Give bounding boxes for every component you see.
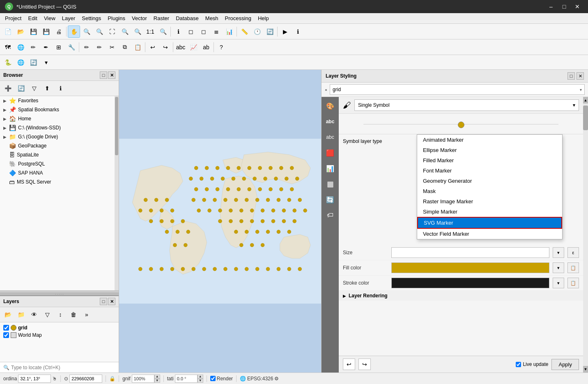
layer-item-worldmap[interactable]: World Map (2, 331, 117, 339)
rotation-spinbox[interactable]: 0.0 ° ▲ ▼ (175, 375, 203, 383)
resize-handle[interactable]: · · · · · (0, 293, 119, 295)
toggle-edit-button[interactable]: ✏ (80, 41, 93, 53)
menu-help[interactable]: Help (255, 14, 272, 22)
zoom-selection-button[interactable]: 🔍 (119, 25, 131, 38)
layer-item-grid[interactable]: grid (2, 324, 117, 331)
pan-map-button[interactable]: ✋ (68, 25, 80, 38)
statistics-button[interactable]: 📊 (223, 25, 235, 38)
render-checkbox[interactable] (210, 376, 216, 381)
browser-item-favorites[interactable]: ▶ ⭐ Favorites (0, 96, 119, 105)
select-button[interactable]: ◻ (185, 25, 197, 38)
tab-rendering[interactable]: 🔄 (323, 192, 338, 207)
plugin-dropdown[interactable]: ▾ (40, 56, 52, 69)
browser-item-home[interactable]: ▶ 🏠 Home (0, 114, 119, 123)
layers-close-icon[interactable]: ✕ (108, 298, 115, 305)
tips-button[interactable]: ▶ (279, 25, 291, 38)
browser-item-geopackage[interactable]: 📦 GeoPackage (0, 141, 119, 150)
browser-item-postgresql[interactable]: 🐘 PostgreSQL (0, 159, 119, 168)
menu-layer[interactable]: Layer (59, 14, 79, 22)
menu-database[interactable]: Database (172, 14, 202, 22)
measure-button[interactable]: 📏 (238, 25, 250, 38)
fill-color-dropdown-button[interactable]: ▾ (553, 262, 564, 273)
temporal-button[interactable]: 🕐 (251, 25, 263, 38)
fill-color-expr-button[interactable]: 📋 (567, 262, 579, 273)
filter-layer-button[interactable]: ▽ (41, 308, 53, 321)
coordinate-input[interactable] (18, 375, 51, 383)
stroke-color-dropdown-button[interactable]: ▾ (553, 278, 564, 288)
styling-redo-button[interactable]: ↪ (358, 359, 371, 370)
zoom-prev-button[interactable]: 🔍 (157, 25, 169, 38)
layer-order-button[interactable]: ↕ (54, 308, 67, 321)
search-input[interactable] (11, 365, 115, 370)
save-edits-button[interactable]: ✏ (93, 41, 106, 53)
symbol-type-dropdown[interactable]: Single Symbol ▾ (354, 99, 579, 111)
zoom-arrows[interactable]: ▲ ▼ (154, 375, 160, 383)
layer-select-dropdown[interactable]: grid ▾ (330, 84, 585, 95)
menu-view[interactable]: View (41, 14, 59, 22)
menu-project[interactable]: Project (2, 14, 25, 22)
advanced-edit-button[interactable]: 🔧 (65, 41, 78, 53)
symbol-type-dropdown-list[interactable]: Animated Marker Ellipse Marker Filled Ma… (417, 134, 563, 239)
close-button[interactable]: ✕ (572, 2, 583, 11)
tab-abc-1[interactable]: abc (323, 114, 338, 129)
browser2-button[interactable]: 🌐 (14, 56, 27, 69)
layer-rendering-row[interactable]: ▶ Layer Rendering (339, 291, 583, 301)
menu-plugins[interactable]: Plugins (104, 14, 129, 22)
styling-expand-button[interactable]: □ (567, 72, 575, 80)
browser-refresh-button[interactable]: 🔄 (15, 82, 27, 94)
layers-more-button[interactable]: » (80, 308, 93, 321)
zoom-spinbox[interactable]: 100% ▲ ▼ (132, 375, 160, 383)
styling-close-button[interactable]: ✕ (577, 72, 584, 80)
browser-item-sap-hana[interactable]: 🔷 SAP HANA (0, 168, 119, 177)
browser-item-mssql[interactable]: 🗃 MS SQL Server (0, 177, 119, 186)
open-project-button[interactable]: 📂 (14, 25, 27, 38)
attribute-table-button[interactable]: ≣ (210, 25, 223, 38)
chart-button[interactable]: 📈 (187, 41, 200, 53)
layer-worldmap-checkbox[interactable] (3, 332, 9, 338)
browser-item-google-drive[interactable]: ▶ 📁 G:\ (Google Drive) (0, 132, 119, 141)
zoom-full-button[interactable]: ⛶ (106, 25, 118, 38)
edit-button[interactable]: ✒ (40, 41, 52, 53)
tab-diagram[interactable]: 📊 (323, 161, 338, 176)
dropdown-item-geometry[interactable]: Geometry Generator (417, 176, 562, 186)
tab-abc-2[interactable]: abc (323, 130, 338, 145)
browser-filter-button[interactable]: ▽ (28, 82, 40, 94)
dropdown-item-simple[interactable]: Simple Marker (417, 207, 562, 217)
fill-color-swatch[interactable] (391, 262, 549, 273)
stroke-color-swatch[interactable] (391, 278, 549, 288)
help2-button[interactable]: ? (215, 41, 227, 53)
scroll-up-button[interactable]: ▲ (583, 97, 588, 103)
menu-edit[interactable]: Edit (25, 14, 40, 22)
identify-button[interactable]: ℹ (172, 25, 184, 38)
map-canvas[interactable] (119, 70, 321, 373)
redo-map-button[interactable]: ↪ (159, 41, 172, 53)
menu-raster[interactable]: Raster (150, 14, 172, 22)
tab-texture[interactable]: ▦ (323, 177, 338, 191)
new-layer-button[interactable]: 🗺 (2, 41, 14, 53)
scroll-down-button[interactable]: ▼ (583, 366, 588, 373)
remove-layer-button[interactable]: 🗑 (67, 308, 80, 321)
add-vector-button[interactable]: 🌐 (14, 41, 27, 53)
dropdown-item-ellipse[interactable]: Ellipse Marker (417, 145, 562, 155)
menu-vector[interactable]: Vector (129, 14, 150, 22)
size-dropdown-button[interactable]: ▾ (553, 247, 564, 258)
copy-button[interactable]: ⧉ (119, 41, 131, 53)
python-button[interactable]: 🐍 (2, 56, 14, 69)
menu-processing[interactable]: Processing (222, 14, 255, 22)
zoom-in-button[interactable]: 🔍 (80, 25, 93, 38)
dropdown-item-animated[interactable]: Animated Marker (417, 135, 562, 145)
layers-expand-icon[interactable]: □ (100, 298, 107, 305)
tab-paint[interactable]: 🎨 (323, 99, 338, 113)
cut-button[interactable]: ✂ (106, 41, 118, 53)
menu-mesh[interactable]: Mesh (202, 14, 222, 22)
tab-metadata[interactable]: 🏷 (323, 208, 338, 223)
paste-button[interactable]: 📋 (131, 41, 144, 53)
menu-settings[interactable]: Settings (78, 14, 104, 22)
dropdown-item-raster[interactable]: Raster Image Marker (417, 196, 562, 207)
open-layer-button[interactable]: 📂 (2, 308, 14, 321)
zoom-out-button[interactable]: 🔍 (93, 25, 106, 38)
tab-3d[interactable]: 🟥 (323, 145, 338, 160)
digitize-button[interactable]: ✏ (27, 41, 39, 53)
label-button[interactable]: abc (175, 41, 187, 53)
live-update-checkbox[interactable] (516, 362, 521, 367)
